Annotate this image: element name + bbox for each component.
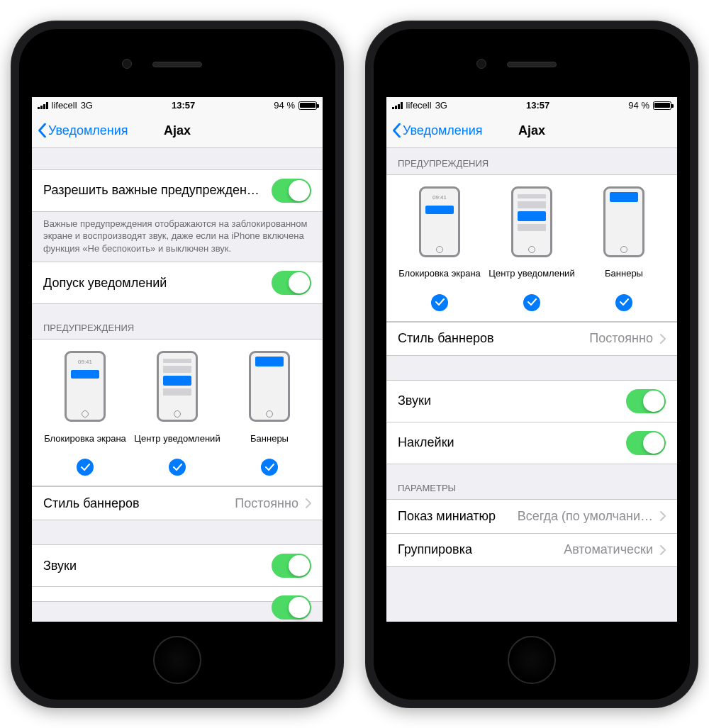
check-icon bbox=[265, 464, 274, 471]
camera-icon bbox=[122, 59, 132, 69]
lock-time: 09:41 bbox=[421, 194, 458, 201]
nav-title: Ajax bbox=[518, 123, 545, 138]
screen: lifecell 3G 13:57 94 % Уведомления Ajax bbox=[32, 97, 323, 622]
chevron-right-icon bbox=[660, 545, 666, 555]
preview-label: Баннеры bbox=[605, 263, 643, 286]
network-label: 3G bbox=[435, 100, 447, 111]
badges-toggle[interactable] bbox=[272, 595, 311, 620]
allow-notifications-row[interactable]: Допуск уведомлений bbox=[32, 262, 323, 304]
phone-mockup: lifecell 3G 13:57 94 % Уведомления Ajax … bbox=[365, 21, 698, 708]
grouping-value: Автоматически bbox=[564, 542, 653, 557]
show-previews-row[interactable]: Показ миниатюр Всегда (по умолчани… bbox=[386, 499, 677, 533]
badges-label: Наклейки bbox=[398, 435, 619, 450]
settings-content[interactable]: ПРЕДУПРЕЖДЕНИЯ 09:41 Блокировка экрана bbox=[386, 148, 677, 622]
battery-icon bbox=[653, 101, 671, 110]
back-label: Уведомления bbox=[48, 123, 128, 138]
clock: 13:57 bbox=[172, 100, 195, 111]
battery-pct: 94 % bbox=[628, 100, 649, 111]
show-previews-value: Всегда (по умолчани… bbox=[503, 509, 653, 524]
sounds-label: Звуки bbox=[398, 393, 619, 408]
nav-bar: Уведомления Ajax bbox=[386, 114, 677, 148]
screen: lifecell 3G 13:57 94 % Уведомления Ajax … bbox=[386, 97, 677, 622]
sounds-toggle[interactable] bbox=[626, 389, 666, 413]
bezel: lifecell 3G 13:57 94 % Уведомления Ajax bbox=[19, 29, 335, 700]
preview-banner[interactable]: Баннеры bbox=[224, 351, 316, 450]
badges-toggle[interactable] bbox=[626, 431, 666, 455]
show-previews-label: Показ миниатюр bbox=[398, 509, 496, 524]
home-button[interactable] bbox=[508, 636, 556, 684]
back-button[interactable]: Уведомления bbox=[392, 123, 483, 138]
grouping-row[interactable]: Группировка Автоматически bbox=[386, 533, 677, 567]
chevron-left-icon bbox=[392, 123, 401, 138]
alerts-section-header: ПРЕДУПРЕЖДЕНИЯ bbox=[32, 304, 323, 339]
alert-style-section: 09:41 Блокировка экрана Центр уведомлени… bbox=[386, 174, 677, 322]
options-section-header: ПАРАМЕТРЫ bbox=[386, 464, 677, 499]
nav-title: Ajax bbox=[164, 123, 191, 138]
allow-notifications-toggle[interactable] bbox=[272, 271, 311, 295]
check-icon bbox=[81, 464, 90, 471]
center-preview-icon bbox=[511, 186, 552, 257]
preview-lock[interactable]: 09:41 Блокировка экрана bbox=[394, 186, 486, 286]
check-icon bbox=[435, 298, 445, 306]
battery-pct: 94 % bbox=[274, 100, 295, 111]
critical-alerts-label: Разрешить важные предупрежден… bbox=[43, 183, 264, 198]
grouping-label: Группировка bbox=[398, 542, 557, 557]
carrier-label: lifecell bbox=[52, 100, 77, 111]
sounds-toggle[interactable] bbox=[272, 554, 311, 578]
banner-preview-icon bbox=[603, 186, 644, 257]
preview-banner-check[interactable] bbox=[261, 459, 278, 476]
lock-time: 09:41 bbox=[67, 359, 104, 365]
preview-lock-check[interactable] bbox=[431, 294, 448, 311]
badges-row-partial[interactable] bbox=[32, 586, 323, 602]
critical-alerts-toggle[interactable] bbox=[272, 179, 311, 203]
preview-lock[interactable]: 09:41 Блокировка экрана bbox=[40, 351, 131, 450]
settings-content[interactable]: Разрешить важные предупрежден… Важные пр… bbox=[32, 148, 323, 622]
back-button[interactable]: Уведомления bbox=[38, 123, 128, 138]
critical-alerts-footer: Важные предупреждения отображаются на за… bbox=[32, 212, 323, 262]
chevron-right-icon bbox=[660, 334, 666, 344]
check-icon bbox=[527, 298, 537, 306]
preview-banner-check[interactable] bbox=[615, 294, 632, 311]
banner-style-value: Постоянно bbox=[589, 331, 653, 346]
home-button[interactable] bbox=[153, 636, 201, 684]
sounds-label: Звуки bbox=[43, 559, 264, 573]
check-icon bbox=[620, 298, 629, 306]
status-bar: lifecell 3G 13:57 94 % bbox=[386, 97, 677, 114]
banner-style-label: Стиль баннеров bbox=[398, 331, 582, 346]
preview-label: Блокировка экрана bbox=[44, 427, 126, 450]
chevron-right-icon bbox=[306, 498, 311, 508]
preview-center[interactable]: Центр уведомлений bbox=[486, 186, 578, 286]
center-preview-icon bbox=[157, 351, 198, 422]
preview-label: Центр уведомлений bbox=[489, 263, 574, 286]
clock: 13:57 bbox=[526, 100, 549, 111]
carrier-label: lifecell bbox=[406, 100, 432, 111]
banner-style-label: Стиль баннеров bbox=[43, 496, 228, 511]
preview-label: Баннеры bbox=[250, 427, 289, 450]
speaker-icon bbox=[152, 62, 202, 67]
status-bar: lifecell 3G 13:57 94 % bbox=[32, 97, 323, 114]
phone-mockup: lifecell 3G 13:57 94 % Уведомления Ajax bbox=[11, 21, 344, 708]
speaker-icon bbox=[507, 62, 557, 67]
banner-preview-icon bbox=[249, 351, 290, 422]
alerts-section-header: ПРЕДУПРЕЖДЕНИЯ bbox=[386, 148, 677, 174]
nav-bar: Уведомления Ajax bbox=[32, 114, 323, 148]
critical-alerts-row[interactable]: Разрешить важные предупрежден… bbox=[32, 169, 323, 212]
lock-preview-icon: 09:41 bbox=[419, 186, 460, 257]
badges-row[interactable]: Наклейки bbox=[386, 422, 677, 464]
banner-style-row[interactable]: Стиль баннеров Постоянно bbox=[386, 322, 677, 356]
signal-icon bbox=[38, 102, 48, 109]
signal-icon bbox=[392, 102, 403, 109]
sounds-row[interactable]: Звуки bbox=[386, 380, 677, 422]
back-label: Уведомления bbox=[403, 123, 483, 138]
banner-style-value: Постоянно bbox=[235, 496, 298, 511]
preview-banner[interactable]: Баннеры bbox=[579, 186, 670, 286]
banner-style-row[interactable]: Стиль баннеров Постоянно bbox=[32, 486, 323, 520]
chevron-left-icon bbox=[38, 123, 47, 138]
preview-center[interactable]: Центр уведомлений bbox=[132, 351, 223, 450]
preview-center-check[interactable] bbox=[523, 294, 540, 311]
sounds-row[interactable]: Звуки bbox=[32, 544, 323, 586]
bezel: lifecell 3G 13:57 94 % Уведомления Ajax … bbox=[374, 29, 690, 700]
preview-lock-check[interactable] bbox=[77, 459, 94, 476]
network-label: 3G bbox=[81, 100, 93, 111]
preview-center-check[interactable] bbox=[169, 459, 186, 476]
